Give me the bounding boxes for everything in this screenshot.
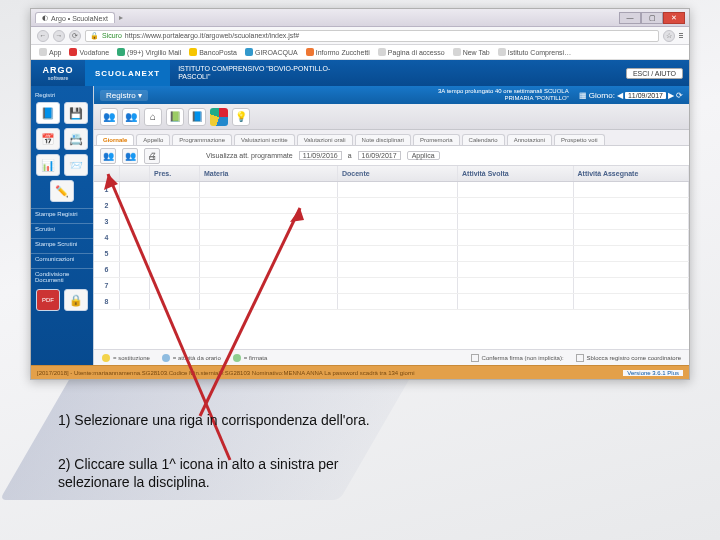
filter-label: Visualizza att. programmate (206, 152, 293, 159)
sidebar-lock-icon[interactable]: 🔒 (64, 289, 88, 311)
address-bar[interactable]: 🔒 Sicuro https://www.portaleargo.it/argo… (85, 30, 659, 42)
table-row[interactable]: 8 (94, 294, 689, 310)
register-toolbar: 👥 👥 ⌂ 📗 📘 💡 (94, 104, 689, 130)
apply-button[interactable]: Applica (407, 151, 440, 160)
tab-note[interactable]: Note disciplinari (355, 134, 411, 145)
toolbar-bulb-icon[interactable]: 💡 (232, 108, 250, 126)
tab-appello[interactable]: Appello (136, 134, 170, 145)
col-docente[interactable]: Docente (338, 166, 458, 181)
sidebar-send-icon[interactable]: 📨 (64, 154, 88, 176)
window-close[interactable]: ✕ (663, 12, 685, 24)
bookmark-item[interactable]: (99+) Virgilio Mail (117, 48, 181, 56)
browser-titlebar: ◐ Argo • ScuolaNext ▸ — ▢ ✕ (31, 9, 689, 27)
sidebar-registro-icon[interactable]: 📘 (36, 102, 60, 124)
status-text: [2017/2018] - Utente:mariaannamenna.SG28… (37, 370, 415, 376)
date-input[interactable]: 11/09/2017 (625, 92, 666, 99)
sidebar-section-stampe[interactable]: Stampe Registri (31, 208, 93, 219)
sidebar-card-icon[interactable]: 📇 (64, 128, 88, 150)
sidebar-chart-icon[interactable]: 📊 (36, 154, 60, 176)
bookmarks-bar: App Vodafone (99+) Virgilio Mail BancoPo… (31, 45, 689, 60)
tab-val-scritte[interactable]: Valutazioni scritte (234, 134, 295, 145)
toolbar-people-icon[interactable]: 👥 (100, 108, 118, 126)
browser-tab[interactable]: ◐ Argo • ScuolaNext (35, 12, 115, 23)
bookmark-item[interactable]: Informo Zucchetti (306, 48, 370, 56)
lock-icon: 🔒 (90, 32, 99, 40)
tab-programmazione[interactable]: Programmazione (172, 134, 232, 145)
sidebar-calendar-icon[interactable]: 📅 (36, 128, 60, 150)
brand-logo: ARGOsoftware (31, 65, 85, 81)
next-day-icon[interactable]: ▶ (668, 91, 674, 100)
date-to-input[interactable]: 16/09/2017 (358, 151, 401, 160)
sidebar-pen-icon[interactable]: ✏️ (50, 180, 74, 202)
sidebar-section-comunicazioni[interactable]: Comunicazioni (31, 253, 93, 264)
browser-toolbar: ← → ⟳ 🔒 Sicuro https://www.portaleargo.i… (31, 27, 689, 45)
date-sep: a (348, 152, 352, 159)
col-svolta[interactable]: Attività Svolta (458, 166, 574, 181)
table-row[interactable]: 4 (94, 230, 689, 246)
bookmark-item[interactable]: Vodafone (69, 48, 109, 56)
grid-icon[interactable]: ▦ (579, 91, 587, 100)
sidebar-software-icon[interactable]: 💾 (64, 102, 88, 124)
print-icon[interactable]: 🖨 (144, 148, 160, 164)
sidebar-section-condivisione[interactable]: Condivisione Documenti (31, 268, 93, 285)
register-header: Registro ▾ 3A tempo prolungato 40 ore se… (94, 86, 689, 104)
sidebar-pdf-icon[interactable]: PDF (36, 289, 60, 311)
col-assegnate[interactable]: Attività Assegnate (574, 166, 690, 181)
register-tabs: Giornale Appello Programmazione Valutazi… (94, 130, 689, 146)
tab-val-orali[interactable]: Valutazioni orali (297, 134, 353, 145)
sidebar-section-registri[interactable]: Registri (31, 90, 59, 100)
toolbar-stamp-icon[interactable]: 📘 (188, 108, 206, 126)
toolbar-home-icon[interactable]: ⌂ (144, 108, 162, 126)
date-from-input[interactable]: 11/09/2016 (299, 151, 342, 160)
tab-calendario[interactable]: Calendario (462, 134, 505, 145)
bookmark-item[interactable]: GIROACQUA (245, 48, 298, 56)
unlock-coord-checkbox[interactable]: Sblocca registro come coordinatore (576, 354, 681, 362)
confirm-sign-checkbox[interactable]: Conferma firma (non implicita): (471, 354, 564, 362)
sidebar-section-stampe-scr[interactable]: Stampe Scrutini (31, 238, 93, 249)
tab-giornale[interactable]: Giornale (96, 134, 134, 145)
window-minimize[interactable]: — (619, 12, 641, 24)
bookmark-item[interactable]: Istituto Comprensi… (498, 48, 571, 56)
star-icon[interactable]: ☆ (663, 30, 675, 42)
toolbar-people2-icon[interactable]: 👥 (122, 108, 140, 126)
window-maximize[interactable]: ▢ (641, 12, 663, 24)
register-dropdown[interactable]: Registro ▾ (100, 90, 148, 101)
nav-back-icon[interactable]: ← (37, 30, 49, 42)
col-pres[interactable]: Pres. (150, 166, 200, 181)
legend-orario: = attività da orario (162, 354, 221, 362)
subject-select-icon[interactable]: 👥 (100, 148, 116, 164)
browser-menu-icon[interactable] (679, 30, 683, 42)
app-header: ARGOsoftware SCUOLANEXT ISTITUTO COMPREN… (31, 60, 689, 86)
bookmark-item[interactable]: Pagina di accesso (378, 48, 445, 56)
table-row[interactable]: 5 (94, 246, 689, 262)
tab-title: Argo • ScuolaNext (51, 15, 108, 22)
apps-icon[interactable]: App (39, 48, 61, 56)
sidebar: Registri 📘 💾 📅 📇 📊 📨 ✏️ Stampe Registri … (31, 86, 93, 365)
main-panel: Registro ▾ 3A tempo prolungato 40 ore se… (93, 86, 689, 365)
logout-button[interactable]: ESCI / AIUTO (626, 68, 683, 79)
bookmark-item[interactable]: New Tab (453, 48, 490, 56)
table-row[interactable]: 3 (94, 214, 689, 230)
legend-firmata: = firmata (233, 354, 268, 362)
tab-prospetto[interactable]: Prospetto voti (554, 134, 605, 145)
col-materia[interactable]: Materia (200, 166, 338, 181)
instruction-step-1: 1) Selezionare una riga in corrispondenz… (58, 412, 370, 430)
table-row[interactable]: 2 (94, 198, 689, 214)
nav-forward-icon[interactable]: → (53, 30, 65, 42)
sidebar-section-scrutini[interactable]: Scrutini (31, 223, 93, 234)
refresh-icon[interactable]: ⟳ (676, 91, 683, 100)
legend-sost: = sostituzione (102, 354, 150, 362)
tab-annotazioni[interactable]: Annotazioni (507, 134, 552, 145)
nav-reload-icon[interactable]: ⟳ (69, 30, 81, 42)
table-row[interactable]: 1 (94, 182, 689, 198)
table-row[interactable]: 7 (94, 278, 689, 294)
toolbar-piechart-icon[interactable] (210, 108, 228, 126)
table-row[interactable]: 6 (94, 262, 689, 278)
new-tab-icon[interactable]: ▸ (119, 13, 123, 22)
bookmark-item[interactable]: BancoPosta (189, 48, 237, 56)
hours-table: Pres. Materia Docente Attività Svolta At… (94, 166, 689, 349)
prev-day-icon[interactable]: ◀ (617, 91, 623, 100)
tab-promemoria[interactable]: Promemoria (413, 134, 460, 145)
sign-icon[interactable]: 👥 (122, 148, 138, 164)
toolbar-book-icon[interactable]: 📗 (166, 108, 184, 126)
